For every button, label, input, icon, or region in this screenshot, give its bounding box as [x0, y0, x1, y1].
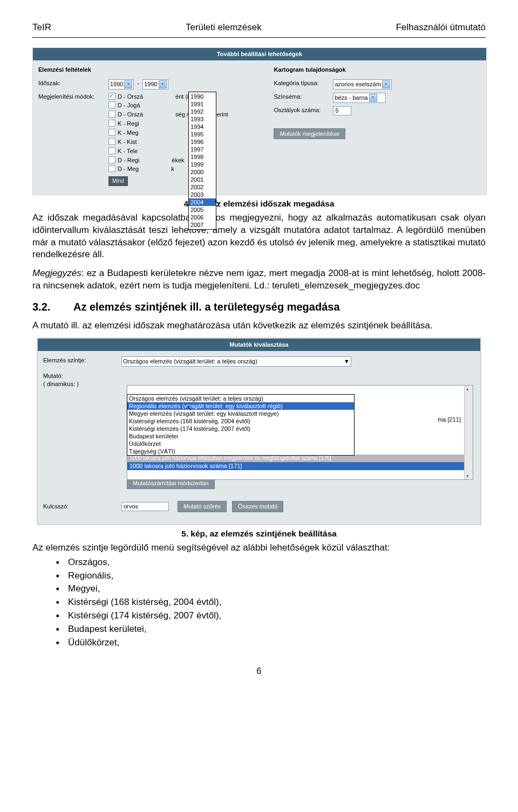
header-rule [32, 37, 486, 38]
panel-title-bar-2: Mutatók kiválasztása [38, 339, 480, 351]
checkbox[interactable] [108, 120, 115, 127]
checkbox[interactable] [108, 156, 115, 163]
list-item: Budapest kerületei, [56, 623, 486, 636]
mind-button[interactable]: Mind [108, 176, 128, 186]
kategoria-select[interactable]: azonos esetszám▼ [333, 79, 392, 90]
szinsema-label: Színséma: [274, 93, 333, 101]
list-item[interactable]: 1000 lakosra jutó háziorvosi ellátásban … [127, 455, 464, 462]
checkbox[interactable] [108, 129, 115, 136]
year-from-select[interactable]: 1990▼ [108, 79, 134, 90]
header-left: TeIR [32, 22, 51, 34]
analysis-level-select[interactable]: Országos elemzés (vizsgált terület: a te… [121, 356, 351, 367]
checkbox[interactable] [108, 111, 115, 118]
checkbox[interactable] [108, 165, 115, 172]
filter-button[interactable]: Mutató szűrés [178, 501, 227, 512]
scrollbar[interactable] [464, 386, 473, 479]
level-dropdown-list[interactable]: Országos elemzés (vizsgált terület: a te… [127, 394, 355, 456]
osztalyok-input[interactable]: 5 [333, 106, 351, 115]
cursor-icon: ↖ [187, 404, 192, 412]
dash: - [134, 79, 142, 87]
list-item: Megyei, [56, 583, 486, 595]
figure-5-caption: 5. kép, az elemzés szintjének beállítása [32, 528, 486, 540]
modok-label: Megjelenítési módok: [38, 93, 108, 101]
left-subheading: Elemzési feltételek [38, 66, 274, 74]
heading-3-2: 3.2.Az elemzés szintjének ill. a terület… [32, 300, 486, 314]
chevron-down-icon: ▼ [369, 94, 377, 102]
header-center: Területi elemzések [186, 22, 262, 34]
paragraph-3: Az elemzés szintje legördülő menü segíts… [32, 542, 486, 554]
list-item-selected[interactable]: 1000 lakosra jutó háziorvosok száma [171… [127, 462, 464, 470]
list-item: Üdülőkörzet, [56, 637, 486, 649]
chevron-down-icon: ▼ [382, 80, 390, 88]
checkbox[interactable] [108, 101, 115, 108]
screenshot-2: Mutatók kiválasztása Elemzés szintje: Or… [37, 338, 481, 525]
chevron-down-icon: ▼ [124, 80, 132, 88]
idoszak-label: Időszak: [38, 79, 108, 87]
paragraph-1: Az időszak megadásával kapcsolatban font… [32, 212, 486, 262]
paragraph-1b: Megjegyzés: ez a Budapesti kerületekre n… [32, 267, 486, 292]
list-item: Országos, [56, 556, 486, 569]
checkbox[interactable] [108, 147, 115, 154]
list-item: Regionális, [56, 570, 486, 582]
options-list: Országos, Regionális, Megyei, Kistérségi… [56, 556, 486, 650]
dinamikus-label: ( dinamikus: ) [43, 380, 79, 388]
note-prefix: Megjegyzés [32, 268, 81, 278]
list-item: Kistérségi (174 kistérség, 2007 évtől), [56, 610, 486, 622]
osztalyok-label: Osztályok száma: [274, 106, 333, 114]
page-header: TeIR Területi elemzések Felhasználói útm… [32, 22, 486, 34]
page-number: 6 [32, 665, 486, 677]
kategoria-label: Kategória típusa: [274, 79, 333, 87]
cursor-icon: ↖ [214, 198, 220, 207]
right-subheading: Kartogram tulajdonságok [274, 66, 479, 74]
szinsema-select[interactable]: bézs - barna▼ [333, 93, 386, 103]
year-to-select[interactable]: 1990▼ [142, 79, 168, 90]
paragraph-2: A mutató ill. az elemzési időszak meghat… [32, 320, 486, 332]
panel-title-bar: További beállítási lehetőségek [33, 48, 486, 60]
szint-label: Elemzés szintje: [43, 356, 121, 364]
keyword-input[interactable]: orvos [121, 502, 169, 511]
screenshot-1: További beállítási lehetőségek Elemzési … [32, 47, 487, 195]
checkbox[interactable] [108, 93, 115, 100]
show-indicators-button[interactable]: Mutatók megjelenítése [274, 128, 345, 140]
figure-4-caption: 4. kép, az elemzési időszak megadása [32, 198, 486, 210]
mutato-label: Mutató: [43, 372, 79, 380]
all-indicators-button[interactable]: Összes mutató [232, 501, 283, 512]
keyword-label: Kulcsszó: [43, 503, 121, 511]
chevron-down-icon: ▼ [159, 80, 167, 88]
chevron-down-icon: ▼ [344, 357, 350, 366]
checkbox[interactable] [108, 138, 115, 145]
list-item: Kistérségi (168 kistérség, 2004 évtől), [56, 596, 486, 609]
header-right: Felhasználói útmutató [396, 22, 486, 34]
year-dropdown-list[interactable]: 1990 1991 1992 1993 1994 1995 1996 1997 … [188, 92, 216, 230]
